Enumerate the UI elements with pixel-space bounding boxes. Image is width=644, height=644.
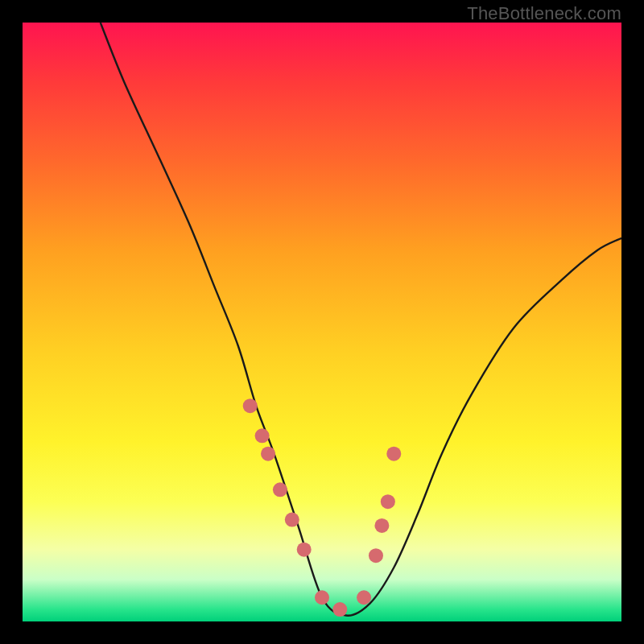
plot-area	[23, 23, 621, 621]
dot	[285, 513, 299, 527]
dot	[386, 447, 401, 461]
dot	[381, 494, 395, 509]
dot	[374, 518, 389, 533]
plot-svg	[23, 23, 621, 621]
dot	[332, 602, 347, 617]
dot	[255, 428, 270, 443]
dot	[261, 447, 275, 461]
dot	[369, 548, 383, 563]
dot	[297, 543, 312, 557]
dots-group	[243, 398, 402, 617]
watermark-text: TheBottleneck.com	[467, 3, 621, 24]
dot	[243, 398, 258, 413]
chart-frame: TheBottleneck.com	[0, 0, 644, 644]
dot	[357, 590, 371, 605]
curve-line	[101, 23, 621, 616]
dot	[315, 590, 329, 605]
dot	[273, 482, 287, 497]
